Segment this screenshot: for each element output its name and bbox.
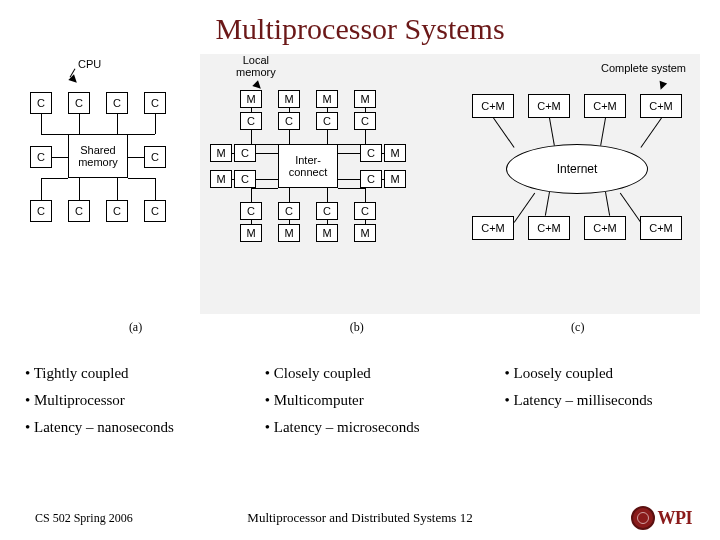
m-box: M: [354, 224, 376, 242]
bullet-b3: • Latency – microseconds: [265, 419, 505, 436]
caption-a: (a): [25, 320, 246, 335]
panel-c: Complete system C+M C+M C+M C+M Internet…: [450, 54, 700, 314]
caption-row: (a) (b) (c): [0, 314, 720, 335]
column-c: • Loosely coupled • Latency – millisecon…: [505, 365, 711, 446]
column-a: • Tightly coupled • Multiprocessor • Lat…: [25, 365, 265, 446]
bullet-c1: • Loosely coupled: [505, 365, 711, 382]
footer-left: CS 502 Spring 2006: [35, 511, 133, 526]
bullet-a2: • Multiprocessor: [25, 392, 265, 409]
c-box: C: [278, 202, 300, 220]
bullet-c2: • Latency – milliseconds: [505, 392, 711, 409]
c-box: C: [234, 144, 256, 162]
cm-box: C+M: [472, 94, 514, 118]
internet-oval: Internet: [506, 144, 648, 194]
c-box: C: [240, 112, 262, 130]
c-box: C: [106, 92, 128, 114]
complete-system-arrow-icon: [657, 81, 667, 91]
page-title: Multiprocessor Systems: [0, 12, 720, 46]
cm-box: C+M: [584, 216, 626, 240]
m-box: M: [210, 170, 232, 188]
c-box: C: [240, 202, 262, 220]
bullet-a1: • Tightly coupled: [25, 365, 265, 382]
c-box: C: [30, 200, 52, 222]
c-box: C: [360, 144, 382, 162]
local-memory-label: Local memory: [236, 54, 276, 78]
m-box: M: [240, 90, 262, 108]
c-box: C: [30, 92, 52, 114]
cm-box: C+M: [528, 216, 570, 240]
m-box: M: [240, 224, 262, 242]
cm-box: C+M: [584, 94, 626, 118]
c-box: C: [106, 200, 128, 222]
c-box: C: [144, 200, 166, 222]
c-box: C: [360, 170, 382, 188]
m-box: M: [278, 224, 300, 242]
bullets-row: • Tightly coupled • Multiprocessor • Lat…: [0, 335, 720, 446]
caption-c: (c): [467, 320, 688, 335]
c-box: C: [234, 170, 256, 188]
wpi-logo: WPI: [631, 506, 693, 530]
c-box: C: [316, 112, 338, 130]
c-box: C: [144, 146, 166, 168]
c-box: C: [68, 92, 90, 114]
m-box: M: [354, 90, 376, 108]
complete-system-label: Complete system: [601, 62, 686, 74]
c-box: C: [68, 200, 90, 222]
m-box: M: [210, 144, 232, 162]
m-box: M: [316, 90, 338, 108]
cm-box: C+M: [640, 216, 682, 240]
c-box: C: [354, 112, 376, 130]
m-box: M: [384, 170, 406, 188]
c-box: C: [278, 112, 300, 130]
cm-box: C+M: [528, 94, 570, 118]
cm-box: C+M: [640, 94, 682, 118]
m-box: M: [316, 224, 338, 242]
figure-area: CPU C C C C C Shared memory C C C C C: [0, 54, 720, 314]
bullet-a3: • Latency – nanoseconds: [25, 419, 265, 436]
wpi-seal-icon: [631, 506, 655, 530]
cm-box: C+M: [472, 216, 514, 240]
wpi-text: WPI: [658, 508, 693, 529]
bullet-b1: • Closely coupled: [265, 365, 505, 382]
bullet-b2: • Multicomputer: [265, 392, 505, 409]
shared-memory-box: Shared memory: [68, 134, 128, 178]
panel-b: Local memory M M M M C C C C M C C M M C…: [200, 54, 450, 314]
column-b: • Closely coupled • Multicomputer • Late…: [265, 365, 505, 446]
caption-b: (b): [246, 320, 467, 335]
c-box: C: [30, 146, 52, 168]
m-box: M: [278, 90, 300, 108]
c-box: C: [316, 202, 338, 220]
interconnect-box: Inter- connect: [278, 144, 338, 188]
c-box: C: [354, 202, 376, 220]
cpu-label: CPU: [78, 58, 101, 70]
panel-a: CPU C C C C C Shared memory C C C C C: [20, 54, 200, 314]
c-box: C: [144, 92, 166, 114]
footer-center: Multiprocessor and Distributed Systems 1…: [247, 510, 472, 526]
m-box: M: [384, 144, 406, 162]
